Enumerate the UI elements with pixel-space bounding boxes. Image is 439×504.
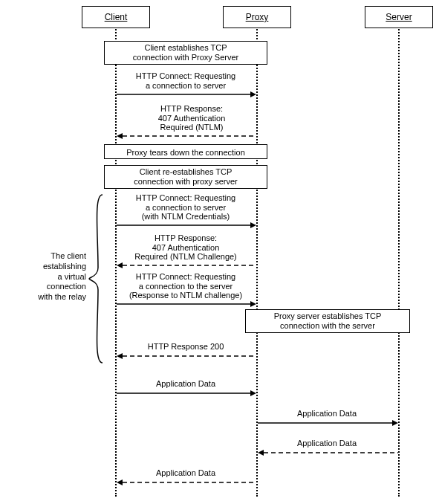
svg-marker-1 [250, 91, 256, 97]
msg-appdata-1: Application Data [130, 379, 241, 389]
participant-server: Server [365, 6, 433, 28]
msg-appdata-2: Application Data [271, 409, 383, 419]
svg-marker-3 [117, 133, 123, 139]
arrow-m5 [115, 300, 258, 308]
arrow-m8 [256, 419, 400, 427]
svg-marker-13 [250, 390, 256, 396]
note-virtual-connection: The clientestablishinga virtualconnectio… [30, 251, 86, 303]
block-establish-tcp: Client establishes TCPconnection with Pr… [104, 41, 267, 65]
arrow-m1 [115, 91, 258, 98]
arrow-m6 [115, 352, 258, 360]
svg-marker-15 [392, 420, 398, 426]
msg-appdata-3: Application Data [271, 439, 383, 448]
arrow-m3 [115, 222, 258, 229]
block-teardown: Proxy tears down the connection [104, 144, 267, 159]
msg-connect-response: HTTP Connect: Requestinga connection to … [115, 272, 256, 300]
sequence-diagram: Client Proxy Server Client establishes T… [0, 0, 439, 504]
arrow-m4 [115, 262, 258, 269]
block-proxy-server-tcp: Proxy server establishes TCPconnection w… [245, 309, 410, 333]
svg-marker-11 [117, 353, 123, 359]
brace-icon [88, 193, 105, 364]
msg-407-challenge: HTTP Response:407 AuthenticationRequired… [119, 233, 253, 262]
svg-marker-9 [250, 301, 256, 307]
svg-marker-7 [117, 262, 123, 268]
arrow-m2 [115, 132, 258, 140]
svg-marker-5 [250, 222, 256, 228]
participant-client: Client [82, 6, 150, 28]
block-reestablish: Client re-establishes TCPconnection with… [104, 165, 267, 189]
msg-407-ntlm: HTTP Response:407 AuthenticationRequired… [132, 104, 251, 132]
msg-connect-cred: HTTP Connect: Requestinga connection to … [117, 193, 254, 222]
participant-proxy: Proxy [223, 6, 291, 28]
svg-marker-17 [258, 450, 264, 456]
svg-marker-19 [117, 479, 123, 485]
msg-connect-1: HTTP Connect: Requestinga connection to … [119, 71, 253, 90]
arrow-m9 [256, 449, 400, 456]
msg-200: HTTP Response 200 [130, 342, 241, 352]
arrow-m10 [115, 479, 258, 486]
arrow-m7 [115, 390, 258, 397]
msg-appdata-4: Application Data [130, 468, 241, 478]
